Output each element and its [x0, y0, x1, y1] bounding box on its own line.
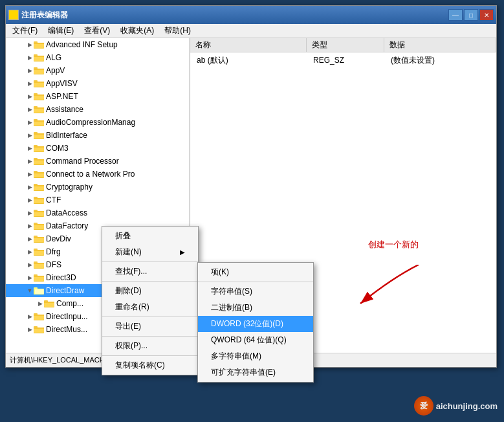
sub-expandstring[interactable]: 可扩充字符串值(E): [198, 364, 313, 381]
sub-qword[interactable]: QWORD (64 位值)(Q): [198, 332, 313, 348]
tree-item-label: ALG: [46, 53, 61, 62]
menu-view[interactable]: 查看(V): [80, 24, 114, 38]
folder-icon: [34, 40, 44, 49]
col-header-name: 名称: [190, 38, 307, 52]
window-title: 注册表编辑器: [21, 10, 68, 21]
ctx-collapse[interactable]: 折叠: [102, 228, 198, 244]
folder-icon: [34, 105, 44, 114]
svg-rect-98: [34, 289, 35, 294]
app-icon: [8, 10, 19, 20]
sub-string[interactable]: 字符串值(S): [198, 283, 313, 300]
svg-rect-74: [34, 224, 44, 225]
context-menu: 折叠 新建(N) ▶ 查找(F)... 删除(D) 重命名(R) 导出(E) 权…: [102, 226, 199, 375]
tree-expand-icon: ▶: [27, 80, 33, 87]
new-submenu: 项(K) 字符串值(S) 二进制值(B) DWORD (32位值)(D) QWO…: [197, 262, 314, 383]
watermark-text: aichunjing.com: [436, 401, 498, 411]
tree-item[interactable]: ▶ Cryptography: [6, 181, 190, 194]
tree-item[interactable]: ▶ AppVISV: [6, 77, 190, 90]
col-header-data: 数据: [384, 38, 496, 52]
tree-expand-icon: ▶: [27, 184, 33, 190]
annotation-text: 创建一个新的: [368, 239, 419, 250]
tree-expand-icon: ▶: [27, 145, 33, 151]
ctx-divider-1: [102, 261, 198, 262]
window-controls: — □ ✕: [448, 9, 494, 21]
tree-item[interactable]: ▶ Connect to a Network Pro: [6, 168, 190, 181]
tree-expand-icon: ▶: [27, 106, 33, 113]
folder-icon: [34, 53, 44, 62]
menu-help[interactable]: 帮助(H): [160, 24, 195, 38]
ctx-new[interactable]: 新建(N) ▶: [102, 244, 198, 260]
col-header-type: 类型: [307, 38, 384, 52]
ctx-rename[interactable]: 重命名(R): [102, 299, 198, 315]
tree-item-label: AudioCompressionManag: [46, 118, 135, 127]
ctx-copy[interactable]: 复制项名称(C): [102, 357, 198, 373]
folder-icon: [44, 299, 54, 308]
ctx-export[interactable]: 导出(E): [102, 318, 198, 335]
ctx-divider-3: [102, 316, 198, 317]
sub-dword[interactable]: DWORD (32位值)(D): [198, 316, 313, 332]
menu-edit[interactable]: 编辑(E): [44, 24, 78, 38]
tree-expand-icon: ▶: [27, 223, 33, 229]
tree-expand-icon: ▶: [27, 41, 33, 48]
folder-icon: [34, 118, 44, 127]
title-bar: 注册表编辑器 — □ ✕: [6, 6, 496, 24]
sub-divider-1: [198, 282, 313, 282]
tree-expand-icon: ▼: [27, 287, 33, 294]
sub-binary[interactable]: 二进制值(B): [198, 300, 313, 316]
svg-rect-4: [34, 43, 44, 44]
tree-item[interactable]: ▶ BidInterface: [6, 129, 190, 142]
sub-key[interactable]: 项(K): [198, 264, 313, 280]
tree-item[interactable]: ▶ CTF: [6, 194, 190, 206]
maximize-button[interactable]: □: [464, 9, 478, 21]
close-button[interactable]: ✕: [479, 9, 494, 21]
tree-item-label: DirectMus...: [46, 325, 87, 334]
tree-item-label: Cryptography: [46, 183, 93, 192]
ctx-delete[interactable]: 删除(D): [102, 283, 198, 299]
tree-item[interactable]: ▶ AppV: [6, 64, 190, 77]
svg-rect-54: [34, 172, 44, 173]
watermark-icon: 爱: [414, 396, 433, 416]
tree-item[interactable]: ▶ AudioCompressionManag: [6, 116, 190, 129]
menu-favorites[interactable]: 收藏夹(A): [116, 24, 158, 38]
tree-item-label: ASP.NET: [46, 92, 78, 101]
folder-icon: [34, 221, 44, 230]
table-row[interactable]: ab (默认) REG_SZ (数值未设置): [192, 54, 495, 67]
svg-rect-108: [34, 315, 44, 316]
folder-icon: [34, 92, 44, 101]
ctx-permissions[interactable]: 权限(P)...: [102, 338, 198, 354]
svg-rect-89: [34, 263, 44, 264]
tree-item[interactable]: ▶ DataAccess: [6, 206, 190, 219]
tree-item-label: DFS: [46, 260, 61, 269]
folder-icon: [34, 247, 44, 256]
minimize-button[interactable]: —: [448, 9, 463, 21]
tree-expand-icon: ▶: [27, 67, 33, 74]
regedit-window: 注册表编辑器 — □ ✕ 文件(F) 编辑(E) 查看(V) 收藏夹(A) 帮助…: [5, 5, 497, 368]
sub-multistring[interactable]: 多字符串值(M): [198, 348, 313, 364]
folder-icon: [34, 273, 44, 282]
menu-file[interactable]: 文件(F): [8, 24, 41, 38]
tree-item[interactable]: ▶ COM3: [6, 142, 190, 155]
tree-expand-icon: ▶: [27, 261, 33, 268]
cell-data: (数值未设置): [386, 54, 495, 67]
tree-item[interactable]: ▶ Assistance: [6, 103, 190, 116]
folder-icon: [34, 260, 44, 269]
folder-icon: [34, 131, 44, 140]
folder-icon: [34, 325, 44, 334]
svg-rect-39: [34, 133, 44, 135]
tree-item[interactable]: ▶ ASP.NET: [6, 90, 190, 103]
tree-item[interactable]: ▶ Advanced INF Setup: [6, 38, 190, 51]
tree-expand-icon: ▶: [27, 54, 33, 61]
folder-icon: [34, 183, 44, 192]
folder-icon: [34, 79, 44, 88]
svg-rect-79: [34, 237, 44, 238]
ctx-find[interactable]: 查找(F)...: [102, 263, 198, 280]
tree-item[interactable]: ▶ Command Processor: [6, 155, 190, 168]
tree-item-label: Dfrg: [46, 247, 61, 256]
svg-rect-94: [34, 276, 44, 277]
ctx-divider-4: [102, 336, 198, 337]
tree-item-label: Direct3D: [46, 273, 76, 282]
tree-item[interactable]: ▶ ALG: [6, 51, 190, 64]
folder-icon: [34, 144, 44, 153]
folder-icon: [34, 66, 44, 75]
menu-bar: 文件(F) 编辑(E) 查看(V) 收藏夹(A) 帮助(H): [6, 24, 496, 38]
